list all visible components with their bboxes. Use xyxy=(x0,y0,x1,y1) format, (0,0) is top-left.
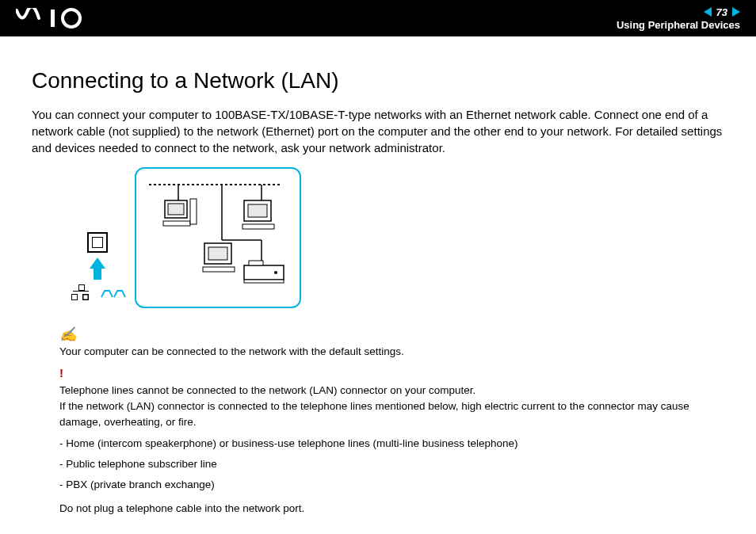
svg-rect-15 xyxy=(248,204,267,217)
svg-rect-11 xyxy=(168,204,184,215)
vaio-logo xyxy=(16,8,103,29)
note-text: Your computer can be connected to the ne… xyxy=(59,344,724,360)
prev-page-arrow[interactable] xyxy=(704,7,712,17)
svg-rect-21 xyxy=(249,261,263,265)
ethernet-port-icon xyxy=(87,232,108,253)
svg-point-1 xyxy=(63,10,80,27)
svg-rect-16 xyxy=(242,224,274,229)
network-topology-box xyxy=(135,167,301,308)
warning-icon: ! xyxy=(59,364,724,383)
network-topology-icon xyxy=(71,284,90,300)
bullet-item: - PBX (private branch exchange) xyxy=(59,477,724,493)
note-block: ✍ Your computer can be connected to the … xyxy=(59,324,724,517)
network-diagram xyxy=(71,167,724,308)
page-nav: 73 xyxy=(704,6,740,18)
intro-paragraph: You can connect your computer to 100BASE… xyxy=(32,106,724,156)
final-note: Do not plug a telephone cable into the n… xyxy=(59,501,724,517)
warning-text-1: Telephone lines cannot be connected to t… xyxy=(59,383,724,399)
header-right: 73 Using Peripheral Devices xyxy=(617,6,740,31)
header-bar: 73 Using Peripheral Devices xyxy=(0,0,756,36)
svg-point-23 xyxy=(274,271,277,274)
warning-text-2: If the network (LAN) connector is connec… xyxy=(59,399,724,431)
svg-rect-12 xyxy=(163,221,190,226)
port-panel xyxy=(71,232,124,300)
next-page-arrow[interactable] xyxy=(732,7,740,17)
page-content: Connecting to a Network (LAN) You can co… xyxy=(0,36,756,534)
arrow-up-icon xyxy=(90,257,105,280)
page-number: 73 xyxy=(716,6,727,18)
svg-rect-20 xyxy=(244,265,284,280)
svg-rect-13 xyxy=(190,199,197,224)
bullet-item: - Public telephone subscriber line xyxy=(59,456,724,472)
warning-bullets: - Home (intercom speakerphone) or busine… xyxy=(59,436,724,494)
section-name: Using Peripheral Devices xyxy=(617,19,740,31)
svg-rect-18 xyxy=(208,247,227,260)
note-icon: ✍ xyxy=(59,324,724,345)
bullet-item: - Home (intercom speakerphone) or busine… xyxy=(59,436,724,452)
svg-rect-0 xyxy=(51,10,55,27)
page-title: Connecting to a Network (LAN) xyxy=(32,68,724,93)
svg-rect-22 xyxy=(244,280,284,283)
cable-connector-icon xyxy=(100,288,124,297)
svg-rect-19 xyxy=(203,267,235,272)
